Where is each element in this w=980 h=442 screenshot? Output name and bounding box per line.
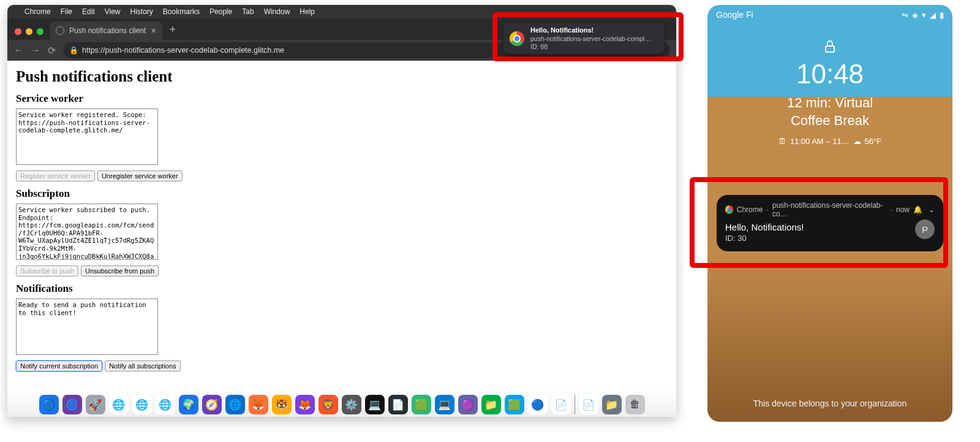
subscribe-button: Subscribe to push <box>16 265 78 276</box>
dock-settings-icon[interactable]: ⚙️ <box>342 395 361 414</box>
dock-terminal-icon[interactable]: 💻 <box>365 395 385 414</box>
dock-downloads-icon[interactable]: 📁 <box>602 395 622 414</box>
mac-dock: 🔵 🌀 🚀 🌐 🌐 🌐 🌍 🧭 🌐 🦊 🐯 🦊 🦁 ⚙️ 💻 📄 🟩 💻 🟣 📁… <box>7 387 676 417</box>
dock-teams-icon[interactable]: 🟣 <box>458 395 478 414</box>
dock-calendar-icon[interactable]: 📄 <box>551 395 571 414</box>
dock-finder-icon[interactable]: 🔵 <box>39 395 59 414</box>
notification-origin: push-notifications-server-codelab-comple… <box>530 35 653 43</box>
subscription-textarea[interactable] <box>16 204 158 260</box>
dock-safari-icon[interactable]: 🌍 <box>179 395 198 414</box>
notification-origin: push-notifications-server-codelab-co… <box>772 201 887 218</box>
dock-trash-icon[interactable]: 🗑 <box>625 395 645 414</box>
notification-title: Hello, Notifications! <box>725 222 935 232</box>
close-window-icon[interactable] <box>15 28 21 35</box>
unsubscribe-button[interactable]: Unsubscribe from push <box>81 265 159 276</box>
dock-tor-icon[interactable]: 🧭 <box>202 395 222 414</box>
browser-window: Chrome File Edit View History Bookmarks … <box>7 5 676 417</box>
phone-notification[interactable]: Chrome · push-notifications-server-codel… <box>717 195 943 251</box>
dock-siri-icon[interactable]: 🌀 <box>62 395 82 414</box>
bell-icon[interactable]: 🔔 <box>913 205 922 214</box>
notification-when: now <box>896 205 910 214</box>
dock-firefox-nightly-icon[interactable]: 🦊 <box>295 395 315 414</box>
page-title: Push notifications client <box>16 68 668 85</box>
lock-icon <box>823 39 837 54</box>
menu-history[interactable]: History <box>130 7 153 16</box>
notification-avatar: P <box>915 219 935 239</box>
dock-brave-icon[interactable]: 🦁 <box>318 395 338 414</box>
carrier-label: Google Fi <box>716 10 753 20</box>
notifications-textarea[interactable] <box>16 299 158 355</box>
dock-app2-icon[interactable]: 🟩 <box>505 395 524 414</box>
menu-edit[interactable]: Edit <box>82 7 95 16</box>
dock-chromium-icon[interactable]: 🌐 <box>156 395 175 414</box>
chrome-icon <box>510 31 524 46</box>
event-line-1: 12 min: Virtual <box>707 94 952 112</box>
dock-firefox-dev-icon[interactable]: 🐯 <box>272 395 292 414</box>
notify-current-button[interactable]: Notify current subscription <box>16 360 102 372</box>
menu-bookmarks[interactable]: Bookmarks <box>163 7 200 16</box>
svg-rect-0 <box>826 46 834 52</box>
event-line-2: Coffee Break <box>707 112 952 130</box>
calendar-icon: 🗓 <box>778 137 786 146</box>
signal-icon: ◢ <box>930 10 936 20</box>
event-time: 11:00 AM – 11… <box>790 137 850 146</box>
dock-edge-icon[interactable]: 🌐 <box>225 395 245 414</box>
dock-vscode-icon[interactable]: 💻 <box>435 395 454 414</box>
new-tab-button[interactable]: + <box>162 23 184 40</box>
notification-body: ID: 30 <box>725 234 935 243</box>
page-content: Push notifications client Service worker… <box>7 61 676 387</box>
notification-title: Hello, Notifications! <box>530 26 653 35</box>
dock-doc-icon[interactable]: 📄 <box>579 395 598 414</box>
menu-view[interactable]: View <box>105 7 121 16</box>
menu-chrome[interactable]: Chrome <box>24 7 51 16</box>
maximize-window-icon[interactable] <box>37 28 43 35</box>
menu-people[interactable]: People <box>209 7 232 16</box>
menu-help[interactable]: Help <box>300 7 315 16</box>
dock-chrome-icon[interactable]: 🌐 <box>109 395 129 414</box>
globe-icon <box>56 26 64 35</box>
notification-header: Chrome · push-notifications-server-codel… <box>725 201 935 218</box>
temperature: 56°F <box>865 137 882 146</box>
unregister-sw-button[interactable]: Unregister service worker <box>97 170 183 181</box>
browser-tab[interactable]: Push notifications client × <box>50 21 162 40</box>
chrome-icon <box>725 205 733 214</box>
service-worker-textarea[interactable] <box>16 109 158 165</box>
back-button[interactable]: ← <box>13 45 23 56</box>
register-sw-button: Register service worker <box>16 170 95 181</box>
wifi-icon: ▾ <box>922 10 926 20</box>
menu-tab[interactable]: Tab <box>242 7 254 16</box>
close-tab-icon[interactable]: × <box>151 26 156 36</box>
dock-separator <box>575 395 575 414</box>
menu-window[interactable]: Window <box>264 7 290 16</box>
chevron-down-icon[interactable]: ⌄ <box>929 205 935 214</box>
dot-sep: · <box>766 205 768 214</box>
dock-app-icon[interactable]: 📄 <box>388 395 408 414</box>
reload-button[interactable]: ⟳ <box>48 45 56 56</box>
info-line: 🗓 11:00 AM – 11… ☁ 56°F <box>707 137 952 146</box>
url-text: https://push-notifications-server-codela… <box>82 46 284 55</box>
dot-sep: · <box>891 205 892 214</box>
org-ownership-text: This device belongs to your organization <box>707 398 952 408</box>
cast-icon: ⇋ <box>902 10 908 20</box>
status-bar: Google Fi ⇋ ◈ ▾ ◢ ▮ <box>707 5 952 25</box>
lock-icon: 🔒 <box>69 46 78 55</box>
dock-firefox-icon[interactable]: 🦊 <box>249 395 268 414</box>
dock-camtasia-icon[interactable]: 🟩 <box>412 395 431 414</box>
service-worker-heading: Service worker <box>16 93 668 105</box>
dock-chat-icon[interactable]: 📁 <box>481 395 501 414</box>
menu-file[interactable]: File <box>61 7 72 16</box>
window-controls <box>12 28 50 40</box>
notifications-heading: Notifications <box>16 283 668 295</box>
vibrate-icon: ◈ <box>912 10 918 20</box>
dock-chrome-canary-icon[interactable]: 🌐 <box>132 395 152 414</box>
desktop-notification[interactable]: Hello, Notifications! push-notifications… <box>503 23 664 54</box>
calendar-event: 12 min: Virtual Coffee Break <box>707 94 952 129</box>
notification-body: ID: 88 <box>530 43 653 51</box>
dock-notes-icon[interactable]: 🔵 <box>528 395 548 414</box>
notify-all-button[interactable]: Notify all subscriptions <box>105 360 180 372</box>
dock-launchpad-icon[interactable]: 🚀 <box>86 395 105 414</box>
battery-icon: ▮ <box>940 10 944 20</box>
subscription-heading: Subscripton <box>16 188 668 200</box>
forward-button[interactable]: → <box>31 45 40 56</box>
minimize-window-icon[interactable] <box>26 28 32 35</box>
